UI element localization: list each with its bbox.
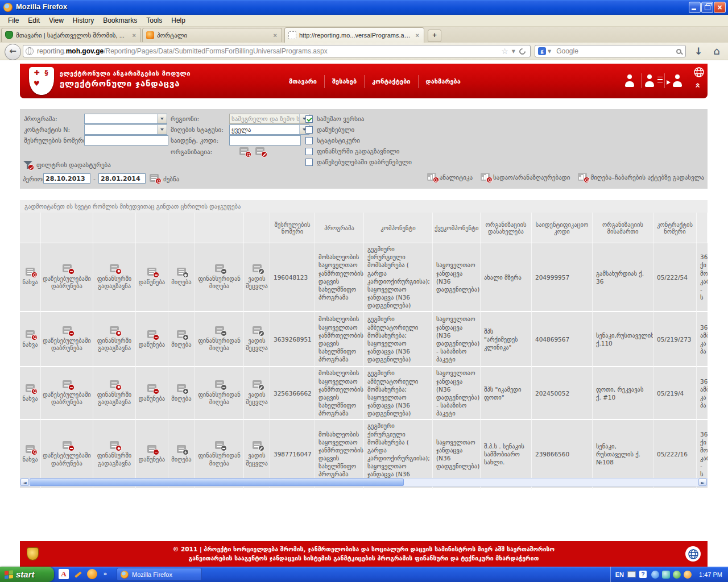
back-button[interactable]: ← <box>5 44 21 60</box>
start-button[interactable]: start <box>0 567 54 582</box>
action-receive-from-financial[interactable]: ფინანსურიდან მიღება <box>195 312 244 367</box>
menu-item-history[interactable]: History <box>68 15 98 26</box>
ident-code-input[interactable] <box>229 135 301 146</box>
keyboard-icon[interactable] <box>627 571 636 577</box>
reload-icon[interactable] <box>518 47 527 56</box>
program-select[interactable] <box>84 114 167 124</box>
checkbox[interactable] <box>305 148 313 155</box>
site-identity-globe-icon[interactable] <box>26 47 34 55</box>
tab-portal[interactable]: პორტალი × <box>142 28 282 42</box>
tray-icon-1[interactable] <box>651 571 659 579</box>
action-receive-from-financial[interactable]: ფინანსურიდან მიღება <box>195 367 244 420</box>
url-dropdown-icon[interactable]: ▼ <box>512 49 515 54</box>
action-view[interactable]: ნახვა <box>20 312 41 367</box>
status-select[interactable]: ყველა <box>229 124 309 135</box>
menu-item-bookmarks[interactable]: Bookmarks <box>98 15 142 26</box>
collapse-chevrons-icon[interactable]: « <box>695 82 701 87</box>
menu-item-tools[interactable]: Tools <box>142 15 167 26</box>
search-magnifier-icon[interactable] <box>676 49 681 54</box>
site-nav-item-0[interactable]: მთავარი <box>282 75 324 88</box>
action-view[interactable]: ნახვა <box>20 367 41 420</box>
user-login-icon[interactable] <box>664 73 688 88</box>
tab-close-icon[interactable]: × <box>131 32 137 39</box>
action-reject[interactable]: დაწუნება <box>136 367 168 420</box>
menu-item-view[interactable]: View <box>44 15 68 26</box>
period-to-input[interactable] <box>98 173 146 184</box>
language-indicator[interactable]: EN <box>615 571 624 578</box>
scroll-left-arrow[interactable]: ◄ <box>20 479 29 486</box>
tab-home[interactable]: მთავარი | საქართველოს შრომის, ... × <box>1 28 141 42</box>
home-button[interactable]: ⌂ <box>710 45 723 58</box>
chevron-down-icon[interactable] <box>157 114 167 123</box>
action-return-to-institution[interactable]: დაწესებულებაში დაბრუნება <box>41 367 93 420</box>
scrollbar-thumb[interactable] <box>30 479 404 486</box>
horizontal-scrollbar[interactable]: ◄ ► <box>20 478 708 487</box>
organization-clear-button[interactable] <box>255 147 264 157</box>
help-tray-icon[interactable]: ? <box>639 571 647 578</box>
action-send-to-financial[interactable]: ფინანსურში გადაგზავნა <box>93 312 136 367</box>
new-tab-button[interactable]: + <box>428 30 441 42</box>
column-header[interactable]: პროგრამა <box>315 213 364 243</box>
period-from-input[interactable] <box>43 173 90 184</box>
checkbox[interactable] <box>305 126 313 134</box>
column-header[interactable]: კომპონენტი <box>364 213 433 243</box>
language-globe-icon[interactable] <box>693 66 705 80</box>
profile-icon[interactable] <box>618 73 641 88</box>
firefox-task-button[interactable]: Mozilla Firefox <box>117 568 202 581</box>
scroll-right-arrow[interactable]: ► <box>698 479 707 486</box>
search-button[interactable] <box>150 173 159 184</box>
site-nav-item-3[interactable]: დახმარება <box>418 75 468 88</box>
menu-item-edit[interactable]: Edit <box>23 15 44 26</box>
pencil-quicklaunch-icon[interactable] <box>73 569 83 579</box>
chevron-down-icon[interactable] <box>157 125 167 134</box>
action-reject[interactable]: დაწუნება <box>136 243 168 312</box>
tray-icon-2[interactable] <box>662 571 670 579</box>
minimize-button[interactable] <box>689 2 701 13</box>
search-bar[interactable]: g ▼ Google <box>535 45 686 57</box>
column-header[interactable]: ორგანიზაციის მისამართი <box>593 213 653 243</box>
column-header[interactable]: შესრულების ნომერი <box>270 213 315 243</box>
analytics-link[interactable]: ანალიტიკა <box>427 173 473 181</box>
action-change-term[interactable]: ვადის შეცვლა <box>244 243 270 312</box>
tab-close-icon[interactable]: × <box>415 32 420 39</box>
quicklaunch-overflow-icon[interactable]: » <box>100 569 110 579</box>
action-accept[interactable]: მიღება <box>168 312 195 367</box>
user-list-icon[interactable] <box>641 73 664 88</box>
organization-search-button[interactable] <box>239 147 249 157</box>
column-header[interactable]: ქვეკომპონენტი <box>433 213 481 243</box>
action-change-term[interactable]: ვადის შეცვლა <box>244 312 270 367</box>
action-receive-from-financial[interactable]: ფინანსურიდან მიღება <box>195 243 244 312</box>
downloads-button[interactable]: ↓ <box>692 45 705 58</box>
bookmark-star-icon[interactable]: ☆ <box>501 47 508 56</box>
checkbox[interactable] <box>305 115 313 123</box>
menu-item-help[interactable]: Help <box>167 15 190 26</box>
checkbox[interactable] <box>305 159 313 166</box>
action-send-to-financial[interactable]: ფინანსურში გადაგზავნა <box>93 367 136 420</box>
tab-reporting-active[interactable]: http://reporting.mo...versalPrograms.asp… <box>284 27 424 43</box>
ministry-logo[interactable]: ✚ § ♥ <box>29 67 54 95</box>
restore-button[interactable] <box>701 2 713 13</box>
disputed-link[interactable]: სადაო/არანაზღაურებადი <box>481 173 570 181</box>
action-accept[interactable]: მიღება <box>168 243 195 312</box>
footer-globe-icon[interactable] <box>685 546 701 562</box>
checkbox[interactable] <box>305 137 313 144</box>
action-send-to-financial[interactable]: ფინანსურში გადაგზავნა <box>93 243 136 312</box>
url-bar[interactable]: reporting.moh.gov.ge/Reporting/Pages/Dat… <box>23 45 531 57</box>
confirm-filter-button[interactable]: ფილტრის დადასტურება <box>23 160 111 169</box>
column-header[interactable]: კონტრაქტის ნომერი <box>653 213 697 243</box>
tab-close-icon[interactable]: × <box>272 32 278 39</box>
site-nav-item-1[interactable]: შესახებ <box>324 75 364 88</box>
menu-item-file[interactable]: File <box>3 15 23 26</box>
action-change-term[interactable]: ვადის შეცვლა <box>244 367 270 420</box>
action-return-to-institution[interactable]: დაწესებულებაში დაბრუნება <box>41 243 93 312</box>
action-accept[interactable]: მიღება <box>168 367 195 420</box>
action-reject[interactable]: დაწუნება <box>136 312 168 367</box>
column-header[interactable]: საიდენტიფიკაციო კოდი <box>532 213 593 243</box>
action-return-to-institution[interactable]: დაწესებულებაში დაბრუნება <box>41 312 93 367</box>
action-view[interactable]: ნახვა <box>20 243 41 312</box>
adobe-reader-icon[interactable]: A <box>59 569 69 579</box>
column-header[interactable]: ორგანიზაციის დასახელება <box>481 213 532 243</box>
tray-icon-3[interactable] <box>673 571 681 579</box>
google-engine-icon[interactable]: g <box>538 47 546 55</box>
orange-ball-quicklaunch-icon[interactable] <box>87 569 97 579</box>
